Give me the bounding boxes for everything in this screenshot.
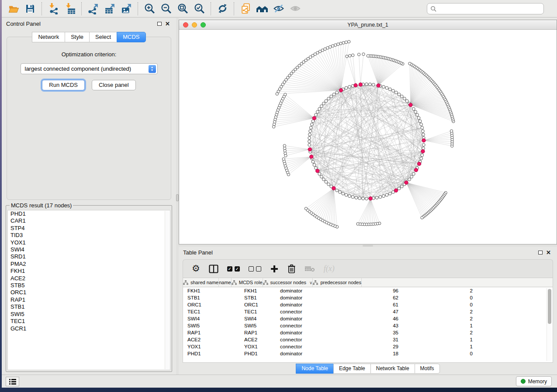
select-all-button[interactable]: ✓ ✓	[227, 266, 240, 272]
mcds-result-item[interactable]: PMA2	[8, 261, 170, 268]
result-list-scrollbar[interactable]	[165, 211, 170, 369]
zoom-selected-button[interactable]	[191, 1, 207, 16]
mcds-result-item[interactable]: TID3	[8, 232, 170, 239]
table-settings-button[interactable]: ⚙	[192, 264, 200, 273]
mcds-result-item[interactable]: PHD1	[8, 210, 170, 217]
refresh-button[interactable]	[214, 1, 230, 16]
cell-mcds-role: dominator	[276, 316, 341, 321]
add-column-button[interactable]	[270, 265, 279, 273]
table-scrollbar-thumb[interactable]	[548, 289, 551, 324]
close-window-button[interactable]	[183, 22, 188, 28]
import-network-button[interactable]	[45, 1, 61, 16]
table-row[interactable]: PHD1 PHD1 dominator 18 0	[183, 350, 553, 357]
table-row[interactable]: YOX1 YOX1 connector 29 1	[183, 343, 553, 350]
column-header[interactable]: name ∨	[219, 278, 232, 287]
table-tab[interactable]: Edge Table	[333, 364, 370, 374]
export-table-button[interactable]	[102, 1, 118, 16]
mcds-result-item[interactable]: ACE2	[8, 275, 170, 282]
table-row[interactable]: SWI4 SWI4 dominator 46 2	[183, 315, 553, 322]
column-header[interactable]: MCDS role ∨	[232, 278, 263, 287]
control-tab[interactable]: Style	[65, 32, 89, 42]
search-input[interactable]	[439, 5, 540, 13]
mcds-result-item[interactable]: STB1	[8, 303, 170, 310]
column-header[interactable]: successor nodes ∨	[263, 278, 313, 287]
cell-shared-name: TEC1	[183, 309, 240, 314]
table-tab[interactable]: Network Table	[370, 364, 415, 374]
table-row[interactable]: FKH1 FKH1 dominator 96 2	[183, 287, 553, 294]
cell-predecessor-nodes: 0	[405, 295, 480, 300]
shared-column-icon	[313, 280, 318, 285]
control-tab[interactable]: Network	[32, 32, 65, 42]
float-table-panel-button[interactable]	[536, 251, 544, 254]
control-panel-title: Control Panel	[6, 21, 41, 27]
table-row[interactable]: STB1 STB1 dominator 62 0	[183, 294, 553, 301]
export-image-button[interactable]	[118, 1, 134, 16]
table-row[interactable]: ACE2 ACE2 connector 31 1	[183, 336, 553, 343]
control-tab[interactable]: MCDS	[117, 32, 145, 42]
table-row[interactable]: RAP1 RAP1 dominator 35 2	[183, 329, 553, 336]
control-tab[interactable]: Select	[89, 32, 117, 42]
zoom-fit-button[interactable]	[175, 1, 190, 16]
mcds-result-item[interactable]: SRD1	[8, 253, 170, 260]
save-session-button[interactable]	[22, 1, 38, 16]
network-graph[interactable]	[179, 30, 557, 244]
mcds-result-item[interactable]: RAP1	[8, 296, 170, 303]
memory-button[interactable]: Memory	[516, 376, 552, 386]
table-row[interactable]: ORC1 ORC1 dominator 61 0	[183, 301, 553, 308]
mcds-result-item[interactable]: STB5	[8, 282, 170, 289]
unchecked-box-icon	[249, 266, 254, 272]
table-panel: Table Panel ✕ ⚙ ✓ ✓	[179, 247, 557, 375]
zoom-out-button[interactable]	[158, 1, 174, 16]
mcds-result-item[interactable]: FKH1	[8, 268, 170, 275]
mcds-result-item[interactable]: SWI5	[8, 311, 170, 318]
close-panel-action-button[interactable]: Close panel	[92, 80, 136, 90]
mcds-result-item[interactable]: SWI4	[8, 246, 170, 253]
clone-network-icon	[240, 3, 252, 14]
column-header[interactable]: shared name ∨	[183, 278, 219, 287]
mcds-result-item[interactable]: ORC1	[8, 289, 170, 296]
splitter-handle[interactable]	[363, 245, 373, 247]
network-title-bar: YPA_prune.txt_1	[179, 20, 557, 30]
export-network-button[interactable]	[85, 1, 101, 16]
mcds-result-group: MCDS result (17 nodes) PHD1CAR1STP4TID3Y…	[6, 202, 172, 372]
import-table-button[interactable]	[62, 1, 78, 16]
table-row[interactable]: TEC1 TEC1 connector 47 2	[183, 308, 553, 315]
deselect-all-button[interactable]	[249, 266, 261, 272]
mcds-result-item[interactable]: TEC1	[8, 318, 170, 325]
cell-name: SWI4	[240, 316, 276, 321]
close-table-panel-button[interactable]: ✕	[544, 250, 553, 255]
maximize-window-button[interactable]	[201, 22, 206, 28]
unchecked-box-icon	[256, 266, 261, 272]
memory-status-icon	[521, 379, 526, 384]
mcds-result-item[interactable]: YOX1	[8, 239, 170, 246]
refresh-icon	[217, 3, 228, 14]
mcds-result-item[interactable]: CAR1	[8, 217, 170, 224]
zoom-in-button[interactable]	[142, 1, 157, 16]
close-panel-button[interactable]: ✕	[163, 21, 172, 27]
table-tab[interactable]: Motifs	[415, 364, 440, 374]
show-all-button[interactable]	[287, 1, 303, 16]
cell-mcds-role: dominator	[276, 330, 341, 335]
delete-column-button[interactable]	[287, 264, 296, 273]
open-file-button[interactable]	[6, 1, 21, 16]
network-canvas[interactable]	[179, 30, 557, 244]
hide-selected-button[interactable]	[271, 1, 287, 16]
float-panel-button[interactable]	[156, 22, 163, 26]
show-columns-button[interactable]	[209, 265, 218, 273]
clone-network-button[interactable]	[238, 1, 253, 16]
mcds-result-item[interactable]: STP4	[8, 225, 170, 232]
checked-box-icon: ✓	[235, 266, 240, 272]
first-neighbors-button[interactable]	[254, 1, 270, 16]
mcds-result-item[interactable]: GCR1	[8, 325, 170, 332]
table-tab[interactable]: Node Table	[296, 364, 333, 374]
criterion-dropdown[interactable]: largest connected component (undirected)…	[21, 63, 158, 74]
table-scrollbar[interactable]	[547, 288, 552, 361]
minimize-window-button[interactable]	[192, 22, 197, 28]
cell-predecessor-nodes: 1	[405, 323, 480, 328]
table-row[interactable]: SWI5 SWI5 connector 43 1	[183, 322, 553, 329]
table-toolbar: ⚙ ✓ ✓	[183, 259, 553, 278]
table-panel-header: Table Panel ✕	[179, 247, 557, 258]
run-mcds-button[interactable]: Run MCDS	[42, 80, 85, 90]
task-history-button[interactable]	[6, 377, 19, 386]
column-header[interactable]: predecessor nodes ∨	[313, 278, 362, 287]
